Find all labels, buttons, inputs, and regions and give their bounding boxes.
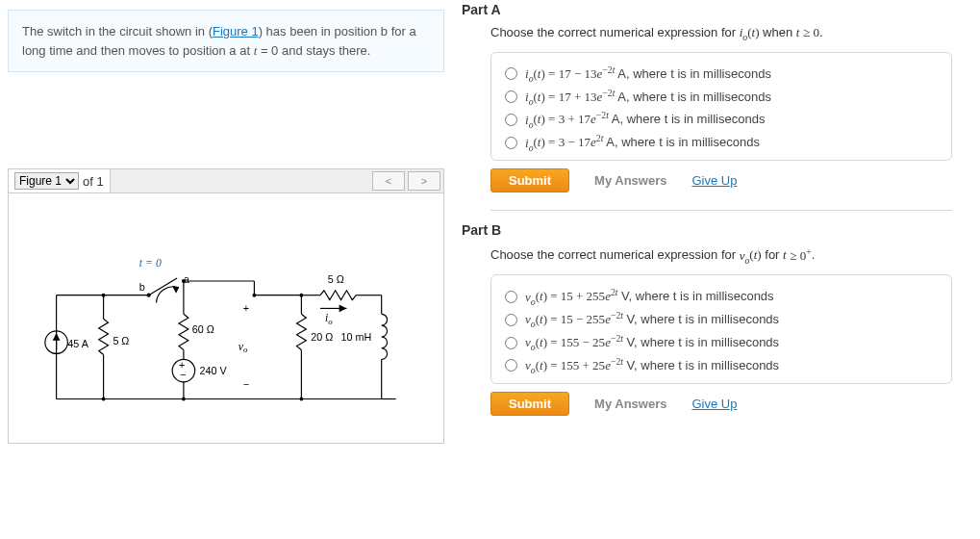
chevron-right-icon: >: [421, 175, 427, 187]
radio-input[interactable]: [505, 291, 517, 303]
option-math: vo(t) = 15 − 255e−2t V, where t is in mi…: [525, 310, 779, 329]
problem-statement: The switch in the circuit shown in (Figu…: [8, 10, 444, 72]
svg-text:5 Ω: 5 Ω: [113, 334, 129, 346]
figure-link[interactable]: Figure 1: [213, 24, 259, 38]
radio-input[interactable]: [505, 359, 517, 372]
radio-input[interactable]: [505, 67, 517, 80]
stmt-tail: = 0 and stays there.: [257, 43, 370, 58]
part-b-prompt: Choose the correct numerical expression …: [490, 245, 970, 265]
radio-input[interactable]: [505, 337, 517, 349]
my-answers-label: My Answers: [594, 397, 666, 411]
svg-text:t = 0: t = 0: [139, 257, 162, 270]
part-b-heading: Part B: [462, 222, 970, 238]
part-b-option-4[interactable]: vo(t) = 155 + 25e−2t V, where t is in mi…: [505, 354, 938, 377]
part-a-heading: Part A: [462, 2, 970, 17]
option-math: vo(t) = 155 + 25e−2t V, where t is in mi…: [525, 356, 779, 375]
part-a-option-2[interactable]: io(t) = 17 + 13e−2t A, where t is in mil…: [505, 86, 938, 109]
chevron-left-icon: <: [386, 175, 391, 187]
option-math: io(t) = 17 + 13e−2t A, where t is in mil…: [525, 88, 771, 107]
svg-marker-40: [339, 304, 347, 312]
submit-button[interactable]: Submit: [490, 392, 569, 416]
figure-select[interactable]: Figure 1: [14, 172, 79, 190]
svg-text:vo: vo: [239, 340, 248, 354]
svg-text:5 Ω: 5 Ω: [328, 272, 344, 284]
my-answers-label: My Answers: [594, 173, 666, 188]
part-b-option-2[interactable]: vo(t) = 15 − 255e−2t V, where t is in mi…: [505, 308, 938, 331]
give-up-link[interactable]: Give Up: [691, 397, 737, 411]
svg-text:−: −: [180, 368, 186, 379]
stmt-pre: The switch in the circuit shown in (: [22, 24, 213, 38]
give-up-link[interactable]: Give Up: [691, 173, 737, 188]
svg-text:45 A: 45 A: [67, 337, 88, 348]
divider: [490, 210, 952, 211]
svg-point-48: [182, 397, 186, 400]
radio-input[interactable]: [505, 314, 517, 326]
part-b-option-1[interactable]: vo(t) = 15 + 255e2t V, where t is in mil…: [505, 285, 938, 308]
option-math: io(t) = 3 + 17e−2t A, where t is in mill…: [525, 110, 765, 129]
figure-tab: Figure 1 of 1: [9, 169, 111, 192]
svg-text:60 Ω: 60 Ω: [192, 322, 214, 334]
radio-input[interactable]: [505, 114, 517, 126]
svg-text:240 V: 240 V: [200, 365, 228, 376]
svg-point-29: [252, 293, 256, 296]
svg-text:io: io: [325, 312, 333, 326]
figure-toolbar: Figure 1 of 1 < >: [8, 168, 444, 193]
svg-point-50: [299, 293, 303, 296]
svg-point-47: [102, 397, 106, 400]
radio-input[interactable]: [505, 90, 517, 103]
option-math: vo(t) = 155 − 25e−2t V, where t is in mi…: [525, 333, 779, 352]
svg-text:b: b: [139, 280, 145, 292]
option-math: io(t) = 3 − 17e2t A, where t is in milli…: [525, 133, 760, 152]
svg-text:+: +: [243, 302, 249, 314]
svg-marker-4: [53, 332, 61, 340]
part-a-option-4[interactable]: io(t) = 3 − 17e2t A, where t is in milli…: [505, 131, 938, 154]
part-a-option-3[interactable]: io(t) = 3 + 17e−2t A, where t is in mill…: [505, 108, 938, 131]
figure-of: of 1: [83, 174, 104, 189]
figure-pane: .w{stroke:#000;stroke-width:1.2;fill:non…: [8, 193, 444, 444]
svg-text:−: −: [243, 377, 249, 389]
part-a-prompt: Choose the correct numerical expression …: [490, 25, 970, 42]
option-math: vo(t) = 15 + 255e2t V, where t is in mil…: [525, 287, 774, 306]
svg-text:a: a: [184, 272, 189, 284]
svg-point-49: [299, 397, 303, 400]
svg-text:10 mH: 10 mH: [341, 330, 372, 342]
figure-next-button[interactable]: >: [408, 171, 440, 191]
part-a-option-1[interactable]: io(t) = 17 − 13e−2t A, where t is in mil…: [505, 63, 938, 86]
circuit-diagram: .w{stroke:#000;stroke-width:1.2;fill:non…: [38, 237, 415, 420]
svg-point-46: [102, 293, 106, 296]
submit-button[interactable]: Submit: [490, 168, 569, 192]
svg-text:20 Ω: 20 Ω: [311, 330, 333, 342]
option-math: io(t) = 17 − 13e−2t A, where t is in mil…: [525, 64, 771, 84]
radio-input[interactable]: [505, 137, 517, 149]
part-b-options: vo(t) = 15 + 255e2t V, where t is in mil…: [490, 274, 952, 384]
figure-prev-button[interactable]: <: [372, 171, 405, 191]
part-a-options: io(t) = 17 − 13e−2t A, where t is in mil…: [490, 52, 952, 162]
part-b-option-3[interactable]: vo(t) = 155 − 25e−2t V, where t is in mi…: [505, 331, 938, 354]
